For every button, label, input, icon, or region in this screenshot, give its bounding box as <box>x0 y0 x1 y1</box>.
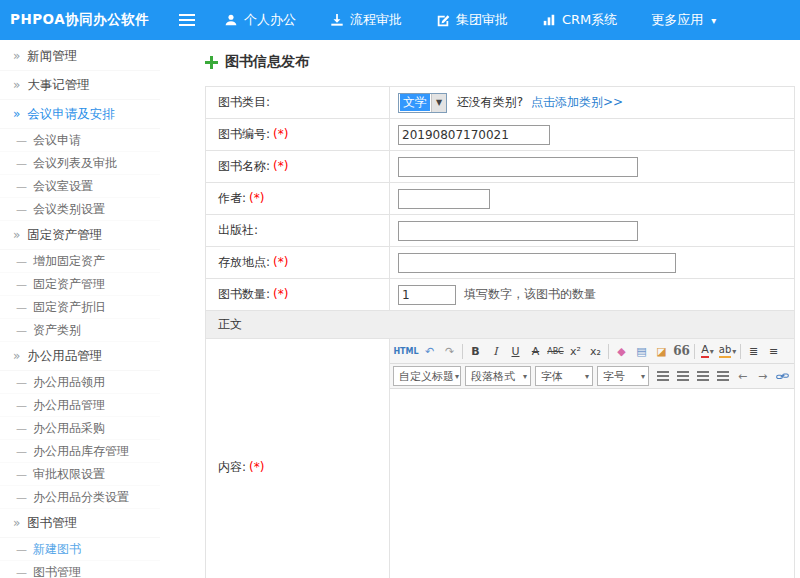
font-family-select[interactable]: 字体▾ <box>535 366 593 386</box>
sidebar-group[interactable]: »办公用品管理 <box>0 342 160 371</box>
form-row-publisher: 出版社: <box>206 215 795 247</box>
bullet-list-button[interactable]: ≣ <box>744 342 763 361</box>
outdent-button[interactable]: ← <box>733 367 752 386</box>
numbered-list-button[interactable]: ≡ <box>764 342 783 361</box>
nav-workflow-approval[interactable]: 流程审批 <box>330 11 402 29</box>
sidebar-item[interactable]: —资产类别 <box>0 319 160 342</box>
author-input[interactable] <box>398 189 490 209</box>
font-size-select[interactable]: 字号▾ <box>597 366 649 386</box>
sidebar-item-label: 办公用品库存管理 <box>33 443 129 460</box>
align-center-button[interactable] <box>673 367 692 386</box>
sidebar-item[interactable]: —办公用品采购 <box>0 417 160 440</box>
superscript-icon: x² <box>570 345 581 358</box>
sidebar-item[interactable]: —固定资产管理 <box>0 273 160 296</box>
remove-format-button[interactable]: ABC <box>546 342 565 361</box>
sidebar-group[interactable]: »新闻管理 <box>0 42 160 71</box>
format-painter-button[interactable]: ◆ <box>612 342 631 361</box>
bold-button[interactable]: B <box>466 342 485 361</box>
location-input[interactable] <box>398 253 676 273</box>
sidebar-item[interactable]: —会议室设置 <box>0 175 160 198</box>
publisher-input[interactable] <box>398 221 638 241</box>
sidebar-group[interactable]: »会议申请及安排 <box>0 100 160 129</box>
add-category-link[interactable]: 点击添加类别>> <box>531 95 623 109</box>
strikethrough-button[interactable]: A <box>526 342 545 361</box>
sidebar-menu: »新闻管理»大事记管理»会议申请及安排—会议申请—会议列表及审批—会议室设置—会… <box>0 42 160 578</box>
sidebar-item[interactable]: —办公用品分类设置 <box>0 486 160 509</box>
sidebar-group[interactable]: »固定资产管理 <box>0 221 160 250</box>
book-name-label: 图书名称: <box>218 159 270 173</box>
page-title-text: 图书信息发布 <box>225 53 309 71</box>
form-row-content: 内容:(*) HTML↶↷BIUAABCx²x₂◆▤◪66A▾ab▾≣≡ 自定义… <box>206 339 795 578</box>
align-justify-button[interactable] <box>713 367 732 386</box>
dash-icon: — <box>16 134 27 147</box>
clean-html-icon: ◪ <box>656 345 666 358</box>
header-nav: 个人办公流程审批集团审批CRM系统更多应用▾ <box>224 11 750 29</box>
image-button[interactable] <box>793 367 794 386</box>
link-button[interactable] <box>773 367 792 386</box>
sidebar-item[interactable]: —办公用品管理 <box>0 394 160 417</box>
nav-group-approval[interactable]: 集团审批 <box>436 11 508 29</box>
location-label: 存放地点: <box>218 255 270 269</box>
form-row-category: 图书类目: 文学 ▼ 还没有类别? 点击添加类别>> <box>206 87 795 119</box>
sidebar-item[interactable]: —会议申请 <box>0 129 160 152</box>
underline-button[interactable]: U <box>506 342 525 361</box>
category-select[interactable]: 文学 ▼ <box>398 93 447 113</box>
sidebar-item[interactable]: —会议类别设置 <box>0 198 160 221</box>
chevron-down-icon: ▾ <box>732 347 736 356</box>
font-color-button[interactable]: A▾ <box>698 342 717 361</box>
nav-crm-system[interactable]: CRM系统 <box>542 11 617 29</box>
form-row-book-no: 图书编号:(*) <box>206 119 795 151</box>
highlight-color-icon: ab <box>719 344 731 358</box>
undo-button[interactable]: ↶ <box>420 342 439 361</box>
quantity-label: 图书数量: <box>218 287 270 301</box>
toolbar-select-label: 字体 <box>541 369 563 384</box>
outdent-icon: ← <box>738 371 747 382</box>
content-label: 内容: <box>218 460 246 474</box>
italic-button[interactable]: I <box>486 342 505 361</box>
category-hint: 还没有类别? <box>457 95 523 109</box>
sidebar-item[interactable]: —图书管理 <box>0 561 160 578</box>
dash-icon: — <box>16 566 27 578</box>
paste-button[interactable]: ▤ <box>632 342 651 361</box>
book-no-input[interactable] <box>398 125 550 145</box>
chart-icon <box>542 13 556 27</box>
sidebar-item[interactable]: —会议列表及审批 <box>0 152 160 175</box>
chevron-right-icon: » <box>13 107 20 121</box>
sidebar-item-label: 会议列表及审批 <box>33 155 117 172</box>
quantity-input[interactable] <box>398 285 456 305</box>
subscript-icon: x₂ <box>590 345 601 358</box>
clean-html-button[interactable]: ◪ <box>652 342 671 361</box>
sidebar-item[interactable]: —固定资产折旧 <box>0 296 160 319</box>
nav-more-apps[interactable]: 更多应用▾ <box>651 11 716 29</box>
indent-icon: → <box>758 371 767 382</box>
heading-select[interactable]: 自定义标题▾ <box>393 366 461 386</box>
nav-personal-office[interactable]: 个人办公 <box>224 11 296 29</box>
indent-button[interactable]: → <box>753 367 772 386</box>
sidebar-group[interactable]: »大事记管理 <box>0 71 160 100</box>
bullet-list-icon: ≣ <box>749 345 758 358</box>
redo-button[interactable]: ↷ <box>440 342 459 361</box>
top-header: PHPOA协同办公软件 个人办公流程审批集团审批CRM系统更多应用▾ <box>0 0 800 40</box>
subscript-button[interactable]: x₂ <box>586 342 605 361</box>
sidebar-group[interactable]: »图书管理 <box>0 509 160 538</box>
html-source-button[interactable]: HTML <box>393 342 419 361</box>
sidebar-item[interactable]: —办公用品领用 <box>0 371 160 394</box>
sidebar-item[interactable]: —办公用品库存管理 <box>0 440 160 463</box>
paragraph-format-select[interactable]: 段落格式▾ <box>465 366 531 386</box>
align-left-button[interactable] <box>653 367 672 386</box>
editor-content-area[interactable] <box>390 389 794 578</box>
highlight-color-button[interactable]: ab▾ <box>718 342 737 361</box>
sidebar-item[interactable]: —审批权限设置 <box>0 463 160 486</box>
align-right-button[interactable] <box>693 367 712 386</box>
sidebar-item[interactable]: —增加固定资产 <box>0 250 160 273</box>
blockquote-button[interactable]: 66 <box>672 342 691 361</box>
required-marker: (*) <box>249 191 264 205</box>
menu-toggle-button[interactable] <box>174 0 200 40</box>
sidebar-group-label: 图书管理 <box>27 515 77 532</box>
required-marker: (*) <box>273 127 288 141</box>
superscript-button[interactable]: x² <box>566 342 585 361</box>
book-name-input[interactable] <box>398 157 638 177</box>
sidebar-item[interactable]: —新建图书 <box>0 538 160 561</box>
chevron-down-icon: ▾ <box>523 372 527 381</box>
sidebar-item-label: 会议申请 <box>33 132 81 149</box>
